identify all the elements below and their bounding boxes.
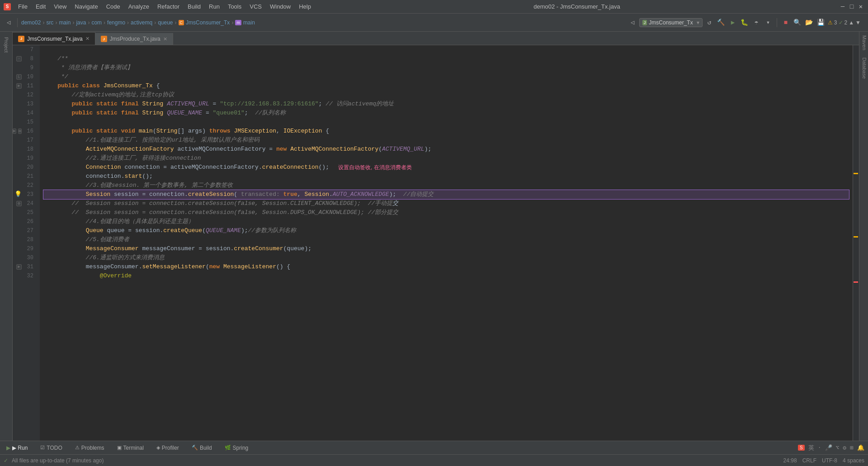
tab-jmsproduce-close[interactable]: ✕ (163, 36, 167, 42)
menu-refactor[interactable]: Refactor (154, 2, 183, 11)
gutter-27: 27 (13, 226, 36, 235)
tabs-bar: J JmsConsumer_Tx.java ✕ J JmsProduce_Tx.… (13, 32, 859, 45)
build-button[interactable]: 🔨 (716, 18, 726, 28)
gutter-18: 18 (13, 145, 36, 154)
project-label[interactable]: Project (3, 33, 10, 56)
bc-activemq[interactable]: activemq (131, 19, 152, 26)
minimize-button[interactable]: ─ (839, 3, 846, 10)
terminal-btn[interactable]: ▣ Terminal (114, 444, 146, 452)
git-icon: ⌥ (836, 444, 840, 452)
toolbar: ◁ demo02 › src › main › java › com › fen… (0, 14, 868, 32)
cursor-position[interactable]: 24:98 (783, 457, 797, 464)
settings-icon: ⚙ (843, 444, 846, 452)
gutter-8: - 8 (13, 54, 36, 63)
lang-icon: 英 (808, 444, 814, 452)
tab-jmsconsumer-close[interactable]: ✕ (85, 36, 90, 42)
menu-help[interactable]: Help (295, 2, 315, 11)
stripe-warning-1 (854, 173, 858, 174)
debug-button[interactable]: 🐛 (740, 18, 750, 28)
refresh-button[interactable]: ↺ (704, 18, 714, 28)
spring-label: Spring (233, 445, 249, 451)
code-line-29: MessageConsumer messageConsumer = sessio… (43, 244, 849, 253)
bc-method[interactable]: main (243, 19, 255, 26)
profiler-btn[interactable]: ◈ Profiler (154, 444, 182, 452)
bc-main[interactable]: main (59, 19, 71, 26)
coverage-button[interactable]: ☂ (751, 18, 761, 28)
menu-window[interactable]: Window (266, 2, 294, 11)
bookmark-16[interactable]: ◇ (18, 128, 22, 134)
menu-file[interactable]: File (14, 2, 31, 11)
spring-btn[interactable]: 🌿 Spring (222, 444, 251, 452)
layout-icon: ⊞ (850, 444, 854, 452)
run-config-selector[interactable]: J JmsConsumer_Tx ▾ (639, 18, 703, 27)
bc-src[interactable]: src (46, 19, 53, 26)
close-button[interactable]: ✕ (857, 3, 864, 10)
menu-run[interactable]: Run (205, 2, 223, 11)
code-editor[interactable]: 7 - 8 9 L 10 ▶ 11 (13, 45, 859, 441)
todo-btn[interactable]: ☑ TODO (38, 444, 65, 452)
run-btn[interactable]: ▶ ▶ Run (4, 444, 30, 452)
gutter-11: ▶ 11 (13, 81, 36, 90)
bc-queue[interactable]: queue (158, 19, 173, 26)
menu-vcs[interactable]: VCS (246, 2, 265, 11)
dropdown-run[interactable]: ▾ (763, 18, 773, 28)
fold-8[interactable]: - (16, 56, 22, 62)
indent[interactable]: 4 spaces (843, 457, 864, 464)
bc-fengmo[interactable]: fengmo (107, 19, 125, 26)
status-right: 24:98 CRLF UTF-8 4 spaces (783, 457, 864, 464)
code-line-25: // Session session = connection.createSe… (43, 208, 849, 217)
menu-view[interactable]: View (50, 2, 70, 11)
menu-tools[interactable]: Tools (224, 2, 245, 11)
encoding[interactable]: UTF-8 (822, 457, 837, 464)
bc-java[interactable]: java (76, 19, 86, 26)
run-button[interactable]: ▶ (728, 18, 738, 28)
maven-panel-label[interactable]: Maven (859, 32, 868, 54)
code-content[interactable]: /** * 消息消费者【事务测试】 */ public class JmsCon… (40, 45, 853, 441)
run-config-back[interactable]: ◁ (627, 18, 637, 28)
open-file-button[interactable]: 📂 (804, 18, 814, 28)
gutter-20: 20 (13, 163, 36, 172)
gutter-29: 29 (13, 244, 36, 253)
maximize-button[interactable]: □ (848, 3, 855, 10)
ok-icon: ✓ (839, 19, 843, 26)
fold-16[interactable]: ▶ (13, 128, 16, 134)
right-panels: Maven Database (859, 32, 868, 441)
menu-navigate[interactable]: Navigate (71, 2, 101, 11)
problems-btn[interactable]: ⚠ Problems (72, 444, 107, 452)
fold-31[interactable]: ▶ (16, 264, 22, 270)
app-logo: S (4, 3, 11, 10)
code-line-26: //4.创建目的地（具体是队列还是主题） (43, 217, 849, 226)
menu-build[interactable]: Build (184, 2, 204, 11)
inspect-button[interactable]: 🔍 (793, 18, 802, 28)
menu-analyze[interactable]: Analyze (125, 2, 153, 11)
bc-class[interactable]: JmsConsumer_Tx (186, 19, 230, 26)
menu-code[interactable]: Code (103, 2, 124, 11)
bookmark-24[interactable]: ◇ (16, 201, 22, 206)
bc-com[interactable]: com (91, 19, 102, 26)
bc-demo02[interactable]: demo02 (21, 19, 41, 26)
tab-jmsproduce[interactable]: J JmsProduce_Tx.java ✕ (95, 33, 173, 45)
gutter-32: 32 (13, 271, 36, 281)
menu-edit[interactable]: Edit (32, 2, 49, 11)
save-button[interactable]: 💾 (816, 18, 826, 28)
code-line-13: public static final String ACTIVEMQ_URL … (43, 100, 849, 109)
code-line-11: public class JmsConsumer_Tx { (43, 81, 849, 90)
selector-icon: J (642, 20, 647, 25)
fold-10[interactable]: L (16, 74, 22, 80)
fold-11[interactable]: ▶ (16, 83, 22, 89)
back-button[interactable]: ◁ (4, 18, 14, 28)
code-line-28: //5.创建消费者 (43, 235, 849, 244)
code-line-22: //3.创建session. 第一个参数事务, 第二个参数签收 (43, 181, 849, 190)
database-panel-label[interactable]: Database (859, 54, 868, 82)
todo-icon: ☑ (40, 445, 45, 451)
dropdown-arrow-icon: ▾ (697, 19, 699, 26)
line-ending[interactable]: CRLF (802, 457, 816, 464)
stop-button[interactable]: ■ (781, 18, 791, 28)
code-line-23: Session session = connection.createSessi… (43, 190, 849, 199)
build-bottom-btn[interactable]: 🔨 Build (189, 444, 215, 452)
nav-up-icon[interactable]: ▲ (849, 19, 854, 26)
stripe-error-1 (854, 281, 858, 283)
tab-jmsconsumer[interactable]: J JmsConsumer_Tx.java ✕ (13, 32, 95, 45)
gutter-9: 9 (13, 63, 36, 72)
nav-down-icon[interactable]: ▼ (855, 19, 861, 26)
